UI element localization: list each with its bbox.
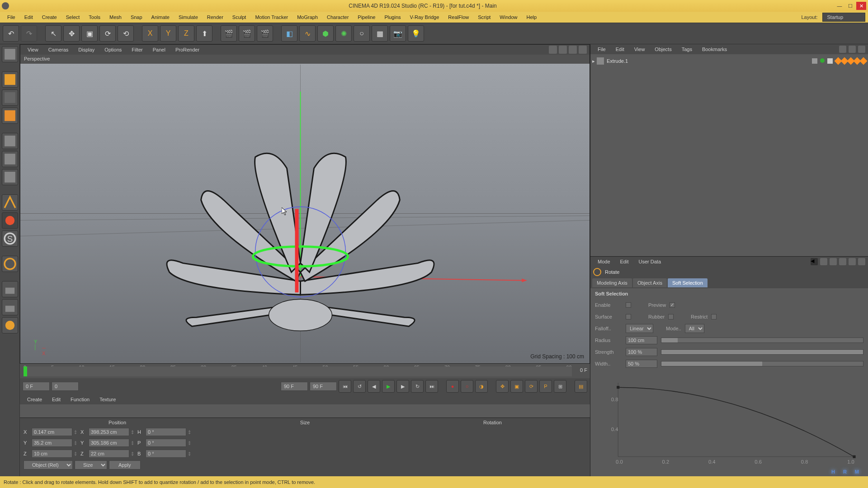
coord-pos-X[interactable]	[32, 428, 72, 436]
am-icon[interactable]	[830, 258, 837, 265]
y-axis-toggle[interactable]: Y	[160, 25, 176, 42]
am-icon[interactable]	[849, 258, 856, 265]
close-button[interactable]: ✕	[856, 2, 866, 10]
vp-menu-view[interactable]: View	[23, 46, 43, 54]
om-menu-tags[interactable]: Tags	[677, 45, 697, 53]
expand-icon[interactable]: ▸	[592, 58, 595, 64]
coord-rot-H[interactable]	[146, 428, 186, 436]
polygons-mode[interactable]	[2, 169, 18, 185]
environment[interactable]: ○	[354, 25, 370, 42]
menu-realflow[interactable]: RealFlow	[443, 13, 473, 22]
select-tool[interactable]: ↖	[45, 25, 61, 42]
menu-render[interactable]: Render	[203, 13, 228, 22]
width-slider[interactable]	[661, 361, 863, 366]
maximize-button[interactable]: ☐	[845, 2, 855, 10]
points-mode[interactable]	[2, 133, 18, 149]
timeline-marker[interactable]	[24, 366, 27, 376]
vp-menu-prorender[interactable]: ProRender	[171, 46, 204, 54]
vp-menu-cameras[interactable]: Cameras	[44, 46, 73, 54]
menu-select[interactable]: Select	[61, 13, 85, 22]
coord-size-Y[interactable]	[89, 439, 129, 447]
light[interactable]: 📷	[390, 25, 406, 42]
width-input[interactable]	[626, 360, 657, 368]
edges-mode[interactable]	[2, 151, 18, 167]
record-button[interactable]: ●	[446, 380, 459, 393]
next-frame-button[interactable]: ▶	[396, 380, 409, 393]
om-menu-edit[interactable]: Edit	[611, 45, 629, 53]
vp-menu-display[interactable]: Display	[74, 46, 99, 54]
coord-rot-B[interactable]	[146, 450, 186, 458]
layout-dropdown[interactable]: Startup	[822, 13, 865, 22]
material-list[interactable]	[20, 404, 590, 418]
menu-simulate[interactable]: Simulate	[174, 13, 203, 22]
3d-viewport[interactable]: Grid Spacing : 100 cm Y│ ─ X	[20, 64, 590, 363]
keyframe-sel-button[interactable]: ◑	[475, 380, 488, 393]
texture-mode[interactable]	[2, 89, 18, 106]
am-menu-edit[interactable]: Edit	[616, 258, 633, 266]
timeline-range-start[interactable]	[52, 382, 79, 391]
menu-character[interactable]: Character	[322, 13, 353, 22]
vp-menu-options[interactable]: Options	[100, 46, 126, 54]
am-icon[interactable]	[858, 258, 865, 265]
vp-menu-filter[interactable]: Filter	[127, 46, 147, 54]
play-button[interactable]: ▶	[382, 380, 395, 393]
menu-help[interactable]: Help	[522, 13, 541, 22]
tweak-mode[interactable]	[2, 212, 18, 229]
bulb-icon[interactable]: 💡	[408, 25, 424, 42]
vp-menu-panel[interactable]: Panel	[148, 46, 170, 54]
mat-menu-create[interactable]: Create	[23, 395, 47, 404]
mode-select[interactable]: All	[685, 324, 704, 333]
menu-mesh[interactable]: Mesh	[105, 13, 126, 22]
preview-checkbox[interactable]	[670, 302, 675, 308]
menu-snap[interactable]: Snap	[126, 13, 147, 22]
tab-object-axis[interactable]: Object Axis	[633, 278, 667, 287]
falloff-select[interactable]: Linear	[626, 324, 653, 333]
coord-size-Z[interactable]	[89, 450, 129, 458]
menu-script[interactable]: Script	[473, 13, 495, 22]
camera[interactable]: ▦	[372, 25, 388, 42]
object-list[interactable]: ▸ Extrude.1	[590, 54, 868, 256]
enable-checkbox[interactable]	[626, 302, 631, 308]
coord-object-rel[interactable]: Object (Rel)	[24, 460, 73, 469]
timeline[interactable]: 051015202530354045505560657075808590 0 F	[20, 364, 590, 378]
menu-create[interactable]: Create	[38, 13, 61, 22]
mat-menu-function[interactable]: Function	[66, 395, 94, 404]
pos-key-button[interactable]: ✥	[496, 380, 509, 393]
menu-mograph[interactable]: MoGraph	[292, 13, 322, 22]
prev-key-button[interactable]: ↺	[353, 380, 366, 393]
menu-pipeline[interactable]: Pipeline	[353, 13, 380, 22]
menu-animate[interactable]: Animate	[147, 13, 174, 22]
render-picture[interactable]: 🎬	[257, 25, 273, 42]
om-menu-bookmarks[interactable]: Bookmarks	[698, 45, 731, 53]
rotate-tool[interactable]: ⟳	[99, 25, 116, 42]
x-axis-toggle[interactable]: X	[142, 25, 158, 42]
coord-size-mode[interactable]: Size	[75, 460, 107, 469]
menu-vray[interactable]: V-Ray Bridge	[406, 13, 444, 22]
tag-icon[interactable]	[827, 58, 833, 64]
scale-tool[interactable]: ▣	[81, 25, 98, 42]
am-menu-userdata[interactable]: User Data	[634, 258, 666, 266]
restrict-checkbox[interactable]	[711, 314, 717, 319]
coord-rot-P[interactable]	[146, 439, 186, 447]
vp-nav-icon[interactable]	[579, 46, 587, 54]
prev-frame-button[interactable]: ◀	[368, 380, 380, 393]
axis-mode[interactable]	[2, 194, 18, 211]
menu-file[interactable]: File	[3, 13, 20, 22]
move-tool[interactable]: ✥	[63, 25, 80, 42]
mat-menu-texture[interactable]: Texture	[95, 395, 120, 404]
generator-toggle[interactable]	[820, 58, 825, 63]
menu-motion-tracker[interactable]: Motion Tracker	[250, 13, 292, 22]
goto-start-button[interactable]: ⏮	[339, 380, 351, 393]
am-menu-mode[interactable]: Mode	[593, 258, 615, 266]
cube-primitive[interactable]: ◧	[281, 25, 297, 42]
spline-tool[interactable]: ∿	[299, 25, 316, 42]
am-fwd-icon[interactable]	[820, 258, 827, 265]
om-view-icon[interactable]	[849, 46, 856, 53]
render-settings[interactable]: 🎬	[239, 25, 255, 42]
mat-menu-edit[interactable]: Edit	[47, 395, 65, 404]
coord-pos-Y[interactable]	[32, 439, 72, 447]
radius-input[interactable]	[626, 336, 657, 344]
timeline-options[interactable]: ▤	[575, 380, 587, 393]
coord-pos-Z[interactable]	[32, 450, 72, 458]
om-filter-icon[interactable]	[858, 46, 865, 53]
